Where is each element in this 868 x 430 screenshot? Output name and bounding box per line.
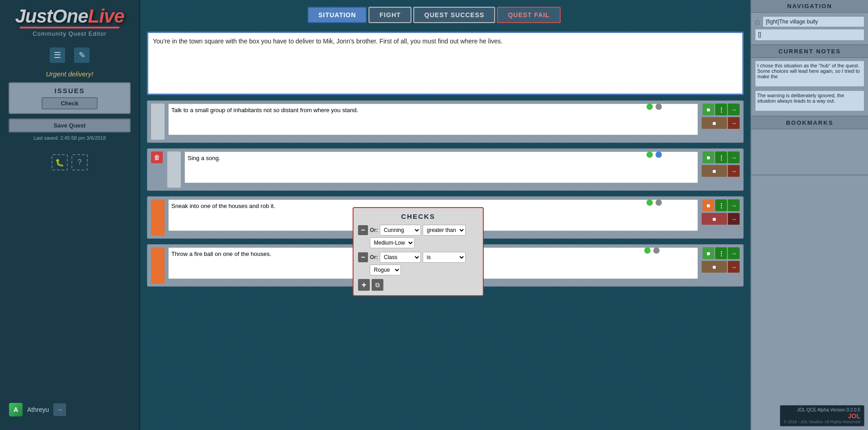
action-red-3[interactable]: ■ — [702, 213, 727, 225]
action-red-arrow-1[interactable]: → — [728, 117, 740, 129]
choice-textarea-1[interactable] — [168, 104, 698, 135]
action-row-top-3: ■ ⋮ → — [703, 199, 740, 211]
notes-section: CURRENT NOTES I chose this situation as … — [751, 45, 868, 117]
dot-green-2 — [646, 151, 653, 158]
choice-actions-1: ■ ⋮ → ■ → — [702, 104, 740, 129]
home-icon: ⌂ — [755, 17, 760, 27]
app-logo: JustOneLive — [15, 7, 124, 26]
action-arrow-1[interactable]: → — [728, 104, 740, 115]
menu-icon: ☰ — [54, 50, 61, 60]
check-add-button[interactable]: + — [358, 279, 370, 291]
bug-button[interactable]: 🐛 — [52, 154, 68, 170]
check-attribute-select-1[interactable]: Cunning Strength Intelligence Class — [380, 225, 421, 236]
choice-row: ■ ⋮ → ■ → ▶ — [147, 100, 744, 143]
checks-title: CHECKS — [358, 213, 478, 220]
logo-underline — [20, 27, 119, 28]
choice-row-2: 🗑 ■ ⋮ → ■ → ▶ — [147, 148, 744, 191]
version-badge: JOL QCE Alpha Version 0.2.0.5 JOL © 2018… — [780, 405, 864, 426]
action-green-1[interactable]: ■ — [703, 104, 714, 115]
version-text: JOL QCE Alpha Version 0.2.0.5 — [784, 407, 860, 412]
dot-green-4 — [644, 247, 651, 254]
choice-dots-1 — [646, 104, 662, 110]
notes-content: I chose this situation as the "hub" of t… — [751, 58, 868, 116]
bookmarks-content — [751, 129, 868, 175]
dot-green-1 — [646, 104, 653, 110]
action-red-arrow-2[interactable]: → — [728, 165, 740, 177]
action-green-2[interactable]: ■ — [703, 151, 714, 163]
check-attribute-select-2[interactable]: Class Cunning Strength Intelligence — [380, 252, 421, 263]
situation-box — [147, 32, 744, 95]
last-saved-text: Last saved: 2:45:58 pm 3/6/2018 — [33, 135, 106, 141]
user-go-button[interactable]: → — [53, 403, 66, 416]
choice-textarea-2[interactable] — [184, 151, 698, 183]
app-subtitle: Community Quest Editor — [33, 30, 107, 37]
copy-icon: ⧉ — [375, 281, 380, 289]
edit-button[interactable]: ✎ — [74, 47, 90, 63]
action-row-bottom-2: ■ → — [702, 165, 740, 177]
issues-panel: ISSUES Check — [9, 82, 131, 114]
action-dark-red-arrow-3[interactable]: → — [728, 213, 740, 225]
right-panel: NAVIGATION ⌂ [] CURRENT NOTES I chose th… — [750, 0, 868, 430]
action-row-top-4: ■ ⋮ → — [703, 247, 740, 259]
check-value-row-1: Medium-Low Low Medium High — [358, 237, 478, 248]
check-operator-select-2[interactable]: is greater than less than is not — [423, 252, 466, 263]
bookmarks-section: BOOKMARKS — [751, 117, 868, 175]
action-green-4[interactable]: ■ — [703, 247, 714, 259]
check-value-select-2[interactable]: Rogue Warrior Mage Cleric — [370, 265, 401, 275]
check-value-select-1[interactable]: Medium-Low Low Medium High — [370, 237, 415, 248]
nav-content: ⌂ [] — [751, 13, 868, 44]
sidebar-icons: ☰ ✎ — [50, 47, 90, 63]
action-row-top-2: ■ ⋮ → — [703, 151, 740, 163]
avatar-letter: A — [14, 406, 18, 413]
choice-actions-3: ■ ⋮ → ■ → — [702, 199, 740, 225]
action-dots-3[interactable]: ⋮ — [715, 199, 727, 211]
action-dots-2[interactable]: ⋮ — [715, 151, 727, 163]
action-brown-2[interactable]: ■ — [702, 165, 727, 177]
choice-color-bar-4 — [151, 247, 165, 284]
menu-button[interactable]: ☰ — [50, 47, 65, 63]
notes-textarea-2[interactable]: The warning is deliberately ignored, the… — [755, 90, 864, 111]
copyright-text: © 2018 - JOL Studios. All Rights Reserve… — [784, 420, 860, 424]
notes-textarea-1[interactable]: I chose this situation as the "hub" of t… — [755, 61, 864, 87]
check-copy-button[interactable]: ⧉ — [372, 279, 383, 291]
go-arrow-icon: → — [57, 406, 63, 413]
action-arrow-4[interactable]: → — [728, 247, 740, 259]
action-arrow-3[interactable]: → — [728, 199, 740, 211]
sidebar: JustOneLive Community Quest Editor ☰ ✎ U… — [0, 0, 140, 430]
help-icon: ? — [78, 158, 82, 166]
choice-dots-3 — [646, 199, 662, 206]
nav-home-row: ⌂ — [755, 16, 864, 27]
action-brown-1[interactable]: ■ — [702, 117, 727, 129]
user-avatar: A — [9, 403, 23, 416]
situation-textarea[interactable] — [153, 38, 738, 87]
nav-bracket: [] — [755, 29, 864, 41]
issues-title: ISSUES — [14, 87, 125, 95]
check-minus-1[interactable]: − — [358, 225, 368, 235]
save-quest-button[interactable]: Save Quest — [9, 118, 131, 132]
dot-gray-1 — [656, 104, 662, 110]
check-button[interactable]: Check — [42, 97, 97, 109]
action-arrow-2[interactable]: → — [728, 151, 740, 163]
action-dots-1[interactable]: ⋮ — [715, 104, 727, 115]
help-button[interactable]: ? — [71, 154, 88, 170]
user-row: A Athreyu → — [9, 403, 66, 416]
dot-green-3 — [646, 199, 653, 206]
action-orange-3[interactable]: ■ — [703, 199, 714, 211]
action-red-arrow-4[interactable]: → — [728, 261, 740, 273]
choice-color-bar-2 — [167, 151, 181, 188]
delete-button-2[interactable]: 🗑 — [151, 151, 163, 163]
action-dots-4[interactable]: ⋮ — [715, 247, 727, 259]
navigation-section: NAVIGATION ⌂ [] — [751, 0, 868, 45]
check-minus-2[interactable]: − — [358, 252, 368, 262]
action-brown-4[interactable]: ■ — [702, 261, 727, 273]
action-row-bottom-1: ■ → — [702, 117, 740, 129]
logo-area: JustOneLive Community Quest Editor — [0, 0, 139, 39]
bug-help-row: 🐛 ? — [52, 154, 88, 170]
dot-gray-3 — [656, 199, 662, 206]
check-operator-select-1[interactable]: greater than less than is is not — [423, 225, 466, 236]
choice-actions-4: ■ ⋮ → ■ → — [702, 247, 740, 273]
bug-icon: 🐛 — [55, 158, 64, 167]
nav-input[interactable] — [763, 16, 864, 27]
choice-actions-2: ■ ⋮ → ■ → — [702, 151, 740, 177]
choice-dots-2 — [646, 151, 662, 158]
